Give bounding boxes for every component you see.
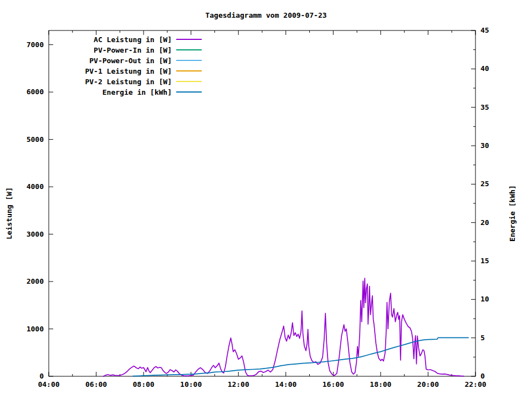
y-right-tick-label: 0 xyxy=(480,372,485,380)
y-left-tick-label: 0 xyxy=(39,372,44,380)
y-left-tick-label: 6000 xyxy=(27,88,44,96)
y-left-tick-label: 1000 xyxy=(27,325,44,333)
y-right-tick-label: 30 xyxy=(480,141,489,150)
y-right-tick-label: 45 xyxy=(480,26,489,34)
legend-label: PV-2 Leistung in [W] xyxy=(85,78,172,86)
x-tick-label: 22:00 xyxy=(464,380,486,388)
y-left-tick-label: 7000 xyxy=(27,40,44,49)
y-right-tick-label: 35 xyxy=(480,103,489,111)
x-tick-label: 04:00 xyxy=(38,380,59,388)
x-tick-label: 20:00 xyxy=(417,380,439,388)
y-right-tick-label: 20 xyxy=(480,218,489,227)
chart-page: Tagesdiagramm vom 2009-07-23 Leistung [W… xyxy=(0,0,532,399)
tagesdiagramm-chart: 04:0006:0008:0010:0012:0014:0016:0018:00… xyxy=(0,0,532,399)
y-right-axis-title: Energie [kWh] xyxy=(508,185,516,242)
y-left-axis-title: Leistung [W] xyxy=(5,187,13,239)
y-left-tick-label: 3000 xyxy=(27,230,44,238)
x-tick-label: 18:00 xyxy=(370,380,391,388)
x-tick-label: 06:00 xyxy=(85,380,107,388)
legend-label: PV-1 Leistung in [W] xyxy=(85,67,172,75)
y-left-tick-label: 2000 xyxy=(27,277,44,285)
y-right-tick-label: 15 xyxy=(480,257,489,265)
x-tick-label: 14:00 xyxy=(275,380,296,388)
x-tick-label: 16:00 xyxy=(323,380,344,388)
x-tick-label: 10:00 xyxy=(180,380,202,388)
legend-label: Energie in [kWh] xyxy=(103,88,172,96)
y-right-tick-label: 10 xyxy=(480,295,489,303)
x-tick-label: 08:00 xyxy=(133,380,155,388)
chart-title: Tagesdiagramm vom 2009-07-23 xyxy=(0,11,532,19)
y-left-tick-label: 5000 xyxy=(27,135,44,144)
legend-label: AC Leistung in [W] xyxy=(94,35,172,44)
y-right-tick-label: 5 xyxy=(480,334,485,342)
y-right-tick-label: 25 xyxy=(480,180,489,188)
legend-label: PV-Power-Out in [W] xyxy=(89,57,172,65)
series-ac-leistung-in-w- xyxy=(103,278,463,376)
x-tick-label: 12:00 xyxy=(228,380,249,388)
y-left-tick-label: 4000 xyxy=(27,182,44,191)
y-right-tick-label: 40 xyxy=(480,64,489,73)
legend-label: PV-Power-In in [W] xyxy=(94,46,172,54)
